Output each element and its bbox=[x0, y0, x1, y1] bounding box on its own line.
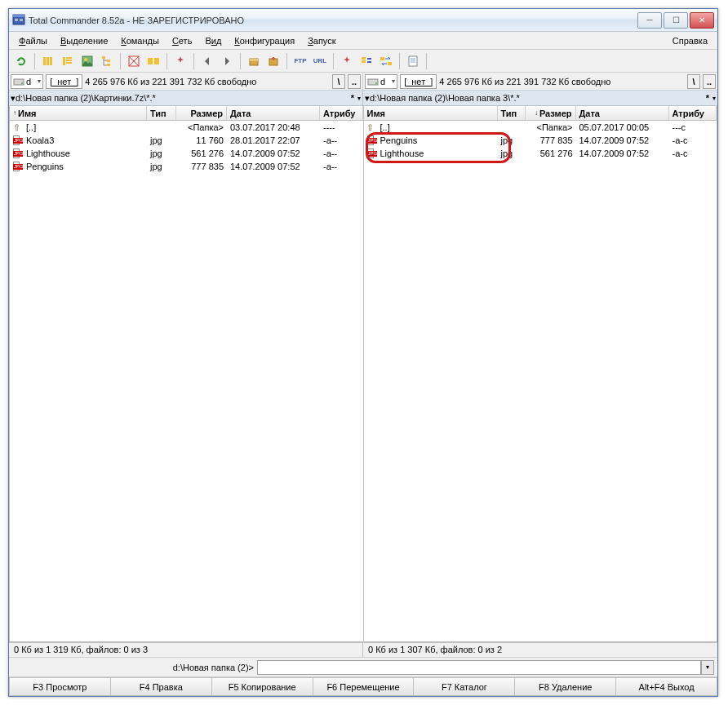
root-button-right[interactable]: \ bbox=[687, 74, 700, 89]
menubar: Файлы Выделение Команды Сеть Вид Конфигу… bbox=[9, 32, 717, 50]
f4-button[interactable]: F4 Правка bbox=[111, 677, 212, 696]
view-full-icon[interactable] bbox=[59, 52, 77, 70]
cell-size: 11 760 bbox=[176, 135, 227, 145]
file-row[interactable]: Penguinsjpg777 83514.07.2009 07:52-a-с bbox=[364, 134, 717, 147]
f8-button[interactable]: F8 Удаление bbox=[515, 677, 616, 696]
col-name[interactable]: Имя bbox=[364, 106, 498, 120]
refresh-icon[interactable] bbox=[12, 52, 30, 70]
menu-files[interactable]: Файлы bbox=[12, 34, 54, 47]
path-right[interactable]: ▾d:\Новая папка (2)\Новая папка 3\*.* *▾ bbox=[363, 91, 717, 105]
col-type[interactable]: Тип bbox=[498, 106, 526, 120]
svg-rect-15 bbox=[102, 56, 105, 59]
updir-button-left[interactable]: .. bbox=[348, 74, 361, 89]
cell-name: [..] bbox=[23, 122, 147, 132]
svg-rect-25 bbox=[362, 60, 366, 63]
col-date[interactable]: Дата bbox=[227, 106, 320, 120]
cell-date: 03.07.2017 20:48 bbox=[227, 122, 320, 132]
drive-selector-right[interactable]: d bbox=[365, 74, 397, 89]
root-button-left[interactable]: \ bbox=[332, 74, 345, 89]
col-attr[interactable]: Атрибу bbox=[669, 106, 717, 120]
menu-view[interactable]: Вид bbox=[198, 34, 228, 47]
col-name[interactable]: ↑Имя bbox=[10, 106, 147, 120]
jpg-icon bbox=[367, 149, 374, 158]
f5-button[interactable]: F5 Копирование bbox=[212, 677, 313, 696]
sort-up-icon: ↑ bbox=[13, 109, 16, 117]
file-row[interactable]: ⇧[..]<Папка>03.07.2017 20:48---- bbox=[10, 121, 363, 134]
menu-run[interactable]: Запуск bbox=[301, 34, 342, 47]
multirename-icon[interactable] bbox=[357, 52, 375, 70]
sync-dirs-icon[interactable] bbox=[377, 52, 395, 70]
cell-attr: -a-- bbox=[320, 135, 363, 145]
svg-point-30 bbox=[21, 82, 23, 84]
drive-label-left[interactable]: [_нет_] bbox=[46, 74, 82, 89]
file-row[interactable]: Lighthousejpg561 27614.07.2009 07:52-a-с bbox=[364, 147, 717, 160]
svg-rect-22 bbox=[250, 59, 258, 61]
filelist-left[interactable]: ⇧[..]<Папка>03.07.2017 20:48----Koala3jp… bbox=[10, 121, 363, 641]
col-size[interactable]: ↓Размер bbox=[526, 106, 576, 120]
search-icon[interactable] bbox=[338, 52, 356, 70]
status-right: 0 Кб из 1 307 Кб, файлов: 0 из 2 bbox=[363, 643, 717, 657]
compare-dirs-icon[interactable] bbox=[144, 52, 162, 70]
statusline: 0 Кб из 1 319 Кб, файлов: 0 из 3 0 Кб из… bbox=[9, 642, 717, 657]
sort-down-icon: ↓ bbox=[535, 109, 538, 117]
pack-icon[interactable] bbox=[245, 52, 263, 70]
history-dropdown-right[interactable]: ▾ bbox=[712, 95, 716, 102]
menu-selection[interactable]: Выделение bbox=[54, 34, 114, 47]
updir-button-right[interactable]: .. bbox=[703, 74, 716, 89]
back-icon[interactable] bbox=[198, 52, 216, 70]
view-thumbs-icon[interactable] bbox=[78, 52, 96, 70]
forward-icon[interactable] bbox=[218, 52, 236, 70]
minimize-button[interactable]: ─ bbox=[637, 12, 662, 29]
menu-net[interactable]: Сеть bbox=[166, 34, 198, 47]
history-dropdown-left[interactable]: ▾ bbox=[357, 95, 361, 102]
svg-rect-28 bbox=[409, 56, 417, 66]
drive-selector-left[interactable]: d bbox=[11, 74, 43, 89]
magic-icon[interactable] bbox=[171, 52, 189, 70]
url-icon[interactable]: URL bbox=[311, 52, 329, 70]
drive-label-right[interactable]: [_нет_] bbox=[400, 74, 437, 89]
invert-selection-icon[interactable] bbox=[125, 52, 143, 70]
cell-size: 777 835 bbox=[526, 135, 576, 145]
jpg-icon bbox=[13, 162, 20, 171]
pathbar: ▾d:\Новая папка (2)\Картинки.7z\*.* *▾ ▾… bbox=[9, 91, 717, 105]
menu-config[interactable]: Конфигурация bbox=[228, 34, 301, 47]
view-tree-icon[interactable] bbox=[98, 52, 116, 70]
panel-left: ↑Имя Тип Размер Дата Атрибу ⇧[..]<Папка>… bbox=[9, 105, 363, 642]
drivepane-right: d [_нет_] 4 265 976 Кб из 221 391 732 Кб… bbox=[363, 73, 717, 90]
path-left[interactable]: ▾d:\Новая папка (2)\Картинки.7z\*.* *▾ bbox=[9, 91, 363, 105]
close-button[interactable]: ✕ bbox=[690, 12, 714, 29]
cell-name: [..] bbox=[377, 122, 498, 132]
altf4-button[interactable]: Alt+F4 Выход bbox=[616, 677, 717, 696]
col-date[interactable]: Дата bbox=[576, 106, 669, 120]
menu-help[interactable]: Справка bbox=[666, 34, 714, 47]
notepad-icon[interactable] bbox=[404, 52, 422, 70]
drivepane-left: d [_нет_] 4 265 976 Кб из 221 391 732 Кб… bbox=[9, 73, 363, 90]
file-row[interactable]: Lighthousejpg561 27614.07.2009 07:52-a-- bbox=[10, 147, 363, 160]
file-row[interactable]: ⇧[..]<Папка>05.07.2017 00:05---с bbox=[364, 121, 717, 134]
f3-button[interactable]: F3 Просмотр bbox=[9, 677, 111, 696]
svg-rect-19 bbox=[148, 58, 153, 64]
function-keys: F3 Просмотр F4 Правка F5 Копирование F6 … bbox=[9, 676, 717, 696]
maximize-button[interactable]: ☐ bbox=[664, 12, 688, 29]
col-attr[interactable]: Атрибу bbox=[320, 106, 363, 120]
filelist-right[interactable]: ⇧[..]<Папка>05.07.2017 00:05---сPenguins… bbox=[364, 121, 717, 641]
col-size[interactable]: Размер bbox=[176, 106, 227, 120]
svg-rect-10 bbox=[66, 57, 72, 59]
f7-button[interactable]: F7 Каталог bbox=[414, 677, 515, 696]
menu-commands[interactable]: Команды bbox=[114, 34, 166, 47]
cell-type: jpg bbox=[147, 135, 176, 145]
svg-rect-11 bbox=[66, 60, 72, 61]
file-row[interactable]: Koala3jpg11 76028.01.2017 22:07-a-- bbox=[10, 134, 363, 147]
file-row[interactable]: Penguinsjpg777 83514.07.2009 07:52-a-- bbox=[10, 160, 363, 173]
unpack-icon[interactable] bbox=[264, 52, 282, 70]
cell-type: jpg bbox=[498, 149, 526, 158]
cell-type: jpg bbox=[147, 149, 176, 158]
f6-button[interactable]: F6 Перемещение bbox=[313, 677, 415, 696]
view-brief-icon[interactable] bbox=[39, 52, 57, 70]
titlebar[interactable]: Total Commander 8.52a - НЕ ЗАРЕГИСТРИРОВ… bbox=[9, 9, 717, 32]
ftp-icon[interactable]: FTP bbox=[291, 52, 309, 70]
col-type[interactable]: Тип bbox=[147, 106, 176, 120]
cmd-input[interactable] bbox=[257, 660, 701, 675]
cmd-history-dropdown[interactable]: ▾ bbox=[701, 660, 714, 675]
cell-name: Lighthouse bbox=[23, 149, 147, 158]
